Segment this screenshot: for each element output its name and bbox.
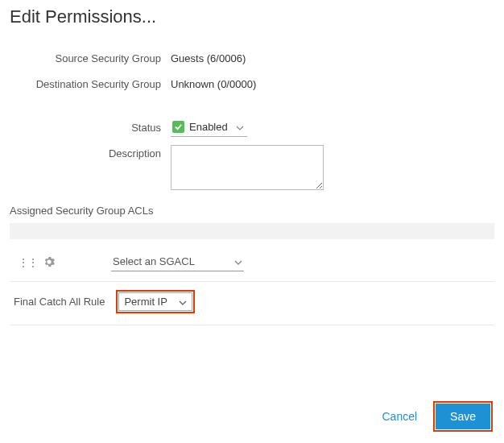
status-select[interactable]: Enabled xyxy=(171,119,247,137)
chevron-down-icon xyxy=(179,296,187,308)
drag-handle-icon[interactable]: ⋮⋮ xyxy=(18,259,37,267)
catch-all-select[interactable]: Permit IP xyxy=(118,292,192,311)
source-group-label: Source Security Group xyxy=(10,50,171,68)
status-checkbox[interactable] xyxy=(172,121,184,133)
page-title: Edit Permissions... xyxy=(10,6,494,27)
dest-group-label: Destination Security Group xyxy=(10,76,171,93)
status-label: Status xyxy=(10,119,171,137)
source-group-value: Guests (6/0006) xyxy=(171,50,246,68)
catch-all-value: Permit IP xyxy=(124,296,167,308)
catch-all-label: Final Catch All Rule xyxy=(14,296,105,308)
sgacl-placeholder: Select an SGACL xyxy=(113,255,195,267)
save-highlight: Save xyxy=(433,401,493,432)
acl-toolbar xyxy=(10,223,494,239)
sgacl-select[interactable]: Select an SGACL xyxy=(111,254,244,271)
cancel-button[interactable]: Cancel xyxy=(382,410,417,423)
chevron-down-icon xyxy=(236,121,244,133)
highlight-box: Permit IP xyxy=(116,290,195,313)
description-input[interactable] xyxy=(171,145,324,190)
save-button[interactable]: Save xyxy=(436,404,490,429)
status-value: Enabled xyxy=(189,121,228,133)
acl-row: ⋮⋮ Select an SGACL xyxy=(10,250,494,282)
chevron-down-icon xyxy=(234,255,242,267)
catch-all-row: Final Catch All Rule Permit IP xyxy=(10,282,494,325)
acl-section-header: Assigned Security Group ACLs xyxy=(10,205,494,217)
dialog-footer: Cancel Save xyxy=(382,401,493,432)
gear-icon[interactable] xyxy=(43,256,55,270)
description-label: Description xyxy=(10,145,171,163)
dest-group-value: Unknown (0/0000) xyxy=(171,76,256,93)
